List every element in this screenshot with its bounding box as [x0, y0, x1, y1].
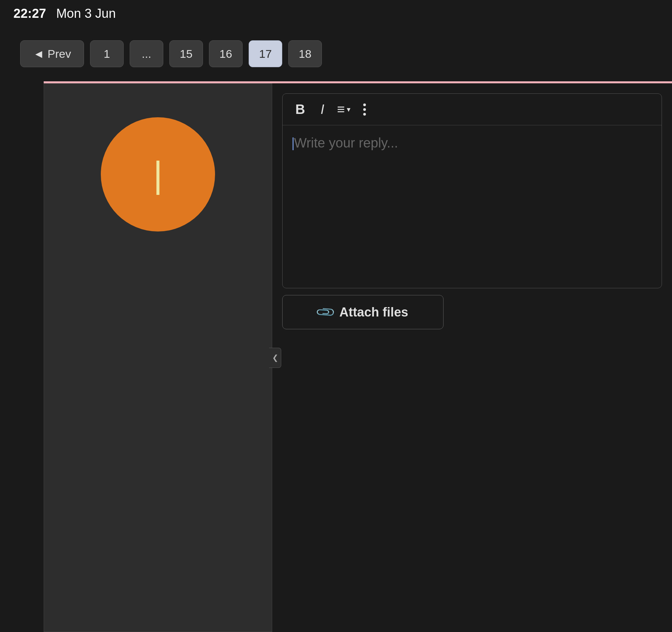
page-button-ellipsis: ...	[130, 40, 163, 67]
main-content: | ❮ B I ≡ ▾	[44, 83, 672, 632]
prev-button[interactable]: ◄ Prev	[20, 40, 84, 67]
chevron-down-icon: ▾	[347, 105, 351, 114]
reply-editor: B I ≡ ▾ | Write your reply...	[282, 93, 662, 288]
left-panel: | ❮	[44, 83, 272, 632]
page-button-15[interactable]: 15	[169, 40, 203, 67]
pagination-bar: ◄ Prev 1 ... 15 16 17 18	[0, 33, 403, 74]
italic-button[interactable]: I	[318, 100, 327, 118]
more-options-button[interactable]	[361, 102, 368, 117]
page-button-1[interactable]: 1	[90, 40, 124, 67]
bold-button[interactable]: B	[293, 100, 308, 118]
align-icon: ≡	[337, 102, 345, 117]
page-button-17[interactable]: 17	[249, 40, 282, 67]
attach-files-label: Attach files	[339, 305, 408, 319]
collapse-panel-button[interactable]: ❮	[269, 348, 281, 368]
avatar: |	[101, 117, 215, 232]
status-bar: 22:27 Mon 3 Jun	[0, 0, 672, 27]
reply-placeholder: Write your reply...	[294, 136, 398, 150]
editor-toolbar: B I ≡ ▾	[283, 94, 662, 125]
paperclip-icon: 📎	[314, 301, 336, 323]
avatar-initial: |	[153, 156, 163, 193]
right-panel: B I ≡ ▾ | Write your reply...	[272, 83, 672, 632]
editor-body[interactable]: | Write your reply...	[283, 125, 662, 288]
page-button-18[interactable]: 18	[288, 40, 322, 67]
three-dots-icon	[363, 103, 366, 116]
status-date: Mon 3 Jun	[56, 6, 116, 21]
page-button-16[interactable]: 16	[209, 40, 243, 67]
attach-files-button[interactable]: 📎 Attach files	[282, 295, 443, 329]
align-button[interactable]: ≡ ▾	[337, 102, 351, 117]
status-time: 22:27	[14, 6, 46, 21]
